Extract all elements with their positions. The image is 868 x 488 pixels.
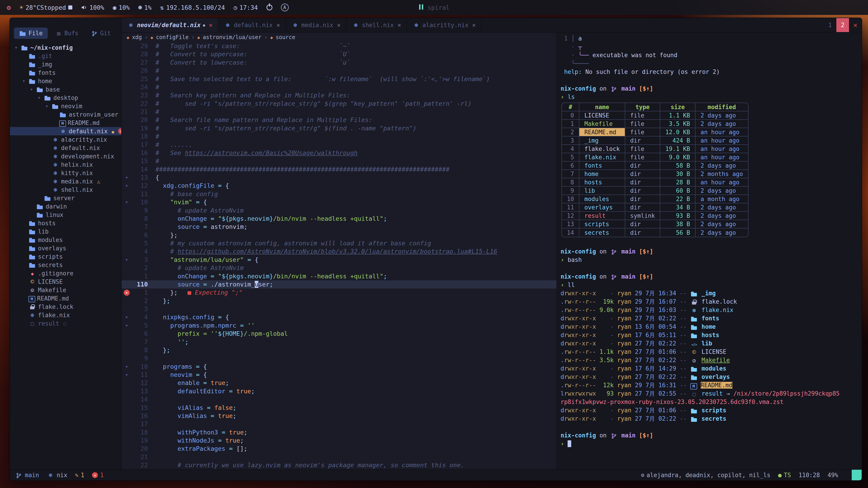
editor-tab[interactable]: shell.nix (346, 18, 407, 32)
tree-item[interactable]: media.nix (10, 177, 121, 186)
close-icon[interactable] (337, 22, 341, 29)
tree-item[interactable]: helix.nix (10, 160, 121, 169)
editor-line[interactable]: 13 defaultEditor = true; (122, 387, 557, 395)
sidebar-tab-file[interactable]: File (14, 28, 48, 39)
editor-line[interactable]: 24# (122, 83, 557, 91)
terminal-panel[interactable]: 1 │ a · ┬ · ╰── executable was not found… (557, 33, 862, 469)
tree-item[interactable]: flake.nix (10, 311, 121, 319)
editor-line[interactable]: 13{ (122, 173, 557, 182)
tree-item[interactable]: ▾~/nix-config (10, 43, 121, 52)
editor-line[interactable]: 21 (122, 453, 557, 461)
editor-line[interactable]: 5 # my cusotom astronvim config, astronv… (122, 239, 557, 248)
editor-line[interactable]: 5 programs.npm.npmrc = '' (122, 322, 557, 330)
editor-line[interactable]: 11 neovim = { (122, 371, 557, 379)
editor-line[interactable]: 22 # currently we use lazy.nvim as neovi… (122, 461, 557, 469)
sidebar-tab-bufs[interactable]: Bufs (50, 28, 84, 39)
tree-item[interactable]: ▾home (10, 77, 121, 85)
editor-line[interactable]: 10 "nvim" = { (122, 198, 557, 206)
tree-item[interactable]: darwin (10, 202, 121, 210)
tree-item[interactable]: flake.lock (10, 302, 121, 311)
editor-line[interactable]: 9 (122, 354, 557, 362)
breadcrumb-item[interactable]: astronvim/lua/user (203, 34, 261, 40)
tree-item[interactable]: ▾neovim (10, 102, 121, 110)
editor-line[interactable]: 28# Convert to uppercase: `U` (122, 50, 557, 58)
keyboard-layout-indicator[interactable]: A (281, 4, 289, 11)
editor-line[interactable]: 19# sed -ri "s/pattern_str/replace_str/g… (122, 124, 557, 132)
editor-line[interactable]: 18# (122, 132, 557, 140)
editor-line[interactable]: 11 # base config (122, 190, 557, 198)
tree-item[interactable]: LICENSE (10, 278, 121, 286)
volume-widget[interactable]: 100% (81, 4, 104, 11)
tabpage-1[interactable]: 1 (824, 18, 836, 32)
tree-item[interactable]: lib (10, 227, 121, 236)
tree-item[interactable]: ▾desktop (10, 94, 121, 102)
editor-tab[interactable]: media.nix (286, 18, 346, 32)
editor-line[interactable]: 10 programs = { (122, 363, 557, 371)
tree-item[interactable]: modules (10, 236, 121, 244)
close-icon[interactable] (209, 22, 213, 29)
close-icon[interactable] (849, 18, 862, 32)
editor-line[interactable]: 26# (122, 67, 557, 75)
editor-line[interactable]: 110 source = ./astronvim_user; (122, 281, 557, 289)
weather-widget[interactable]: ☀ 28°C (20, 4, 40, 11)
editor-line[interactable]: 3 "astronvim/lua/user" = { (122, 256, 557, 264)
tree-item[interactable]: ▾base (10, 85, 121, 94)
editor-line[interactable]: 19 withNodeJs = true; (122, 436, 557, 445)
editor-line[interactable]: 7 source = astronvim; (122, 223, 557, 231)
code-editor[interactable]: 29# Toggle text's case: `~`28# Convert t… (122, 42, 557, 469)
disk-widget[interactable]: ◉ 10% (113, 4, 130, 11)
recording-status[interactable]: Stopped (40, 4, 72, 11)
tree-item[interactable]: shell.nix (10, 186, 121, 194)
tree-item[interactable]: overlays (10, 244, 121, 252)
tree-item[interactable]: README.md (10, 119, 121, 127)
editor-line[interactable]: 14######################################… (122, 165, 557, 173)
editor-line[interactable]: 2 }; (122, 297, 557, 305)
tree-item[interactable]: Makefile (10, 286, 121, 294)
tree-item[interactable]: server (10, 194, 121, 202)
tree-item[interactable]: linux (10, 210, 121, 219)
editor-line[interactable]: 23# Search key pattern and Replace in Mu… (122, 91, 557, 99)
breadcrumb-item[interactable]: source (276, 34, 296, 40)
tree-item[interactable]: astronvim_user (10, 110, 121, 119)
tree-item[interactable]: scripts (10, 252, 121, 261)
editor-line[interactable]: 12 enable = true; (122, 379, 557, 387)
editor-line[interactable]: 6 prefix = ''${HOME}/.npm-global (122, 330, 557, 338)
tabpage-2[interactable]: 2 (836, 18, 849, 32)
tree-item[interactable]: fonts (10, 68, 121, 77)
editor-line[interactable]: 8 onChange = "${pkgs.neovim}/bin/nvim --… (122, 215, 557, 223)
editor-line[interactable]: 3 (122, 305, 557, 313)
editor-line[interactable]: 4 # https://github.com/AstroNvim/AstroNv… (122, 248, 557, 256)
sidebar-tab-git[interactable]: Git (86, 28, 116, 39)
editor-tab[interactable]: default.nix (218, 18, 286, 32)
tree-item[interactable]: .gitignore (10, 269, 121, 278)
editor-line[interactable]: 20 extraPackages = []; (122, 445, 557, 453)
editor-line[interactable]: 17 (122, 420, 557, 428)
editor-line[interactable]: 16 vimAlias = true; (122, 412, 557, 420)
editor-line[interactable]: 17# ...... (122, 141, 557, 149)
editor-line[interactable]: 27# Convert to lowercase: `u` (122, 59, 557, 67)
editor-line[interactable]: 1 onChange = "${pkgs.neovim}/bin/nvim --… (122, 272, 557, 281)
editor-line[interactable]: 14 (122, 395, 557, 403)
usage-widget[interactable]: ☻ 1% (138, 4, 152, 11)
gear-icon[interactable]: ⚙ (7, 4, 11, 11)
network-widget[interactable]: ⇅ 192.168.5.100/24 (160, 4, 225, 11)
close-icon[interactable] (276, 22, 280, 29)
close-icon[interactable] (472, 22, 476, 29)
media-widget[interactable]: spiral (418, 4, 450, 11)
editor-line[interactable]: 29# Toggle text's case: `~` (122, 42, 557, 50)
breadcrumb-item[interactable]: configFile (156, 34, 189, 40)
editor-line[interactable]: 15 viAlias = false; (122, 404, 557, 412)
tree-item[interactable]: alacritty.nix (10, 135, 121, 144)
editor-line[interactable]: 8 }; (122, 346, 557, 354)
tree-item[interactable]: result (10, 319, 121, 328)
editor-line[interactable]: 25# Save the selected text to a file: `:… (122, 75, 557, 83)
editor-line[interactable]: 2 # update AstroNvim (122, 264, 557, 272)
tree-item[interactable]: kitty.nix (10, 169, 121, 177)
close-icon[interactable] (397, 22, 401, 29)
editor-line[interactable]: 9 # update AstroNvim (122, 206, 557, 215)
tree-item[interactable]: .git (10, 52, 121, 60)
clock-widget[interactable]: ◷ 17:34 (234, 4, 258, 11)
tree-item[interactable]: README.md (10, 294, 121, 302)
editor-line[interactable]: 16# See https://astronvim.com/Basic%20Us… (122, 149, 557, 157)
editor-line[interactable]: 7 ''; (122, 338, 557, 346)
